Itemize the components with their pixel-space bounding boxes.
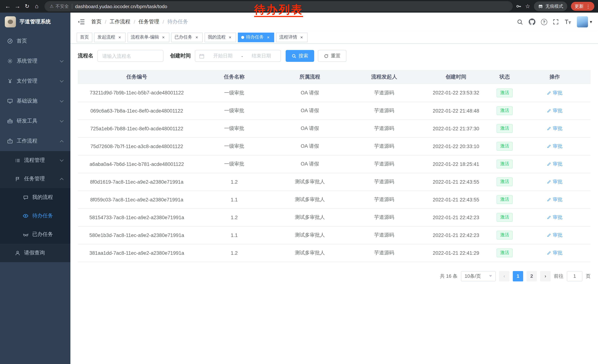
briefcase-icon (7, 138, 13, 144)
close-icon[interactable]: × (299, 35, 304, 40)
next-page-button[interactable]: › (540, 271, 551, 281)
sidebar-item-leave-query[interactable]: 请假查询 (0, 244, 70, 262)
sidebar-item-task-management[interactable]: 任务管理 (0, 170, 70, 188)
search-button[interactable]: 搜索 (286, 50, 314, 62)
breadcrumb-task-management[interactable]: 任务管理 (139, 18, 159, 25)
warning-icon: ⚠ (50, 4, 54, 9)
page-button-1[interactable]: 1 (513, 271, 523, 281)
sidebar-item-home[interactable]: 首页 (0, 31, 70, 51)
cell-initiator: 芋道源码 (347, 191, 421, 209)
pencil-icon (547, 233, 551, 237)
breadcrumb-home[interactable]: 首页 (91, 18, 101, 25)
cell-process: 测试多审批人 (273, 226, 347, 244)
prev-page-button[interactable]: ‹ (499, 271, 509, 281)
tab-process-detail[interactable]: 流程详情 × (276, 32, 307, 42)
avatar[interactable] (577, 16, 588, 27)
sidebar-item-system[interactable]: 系统管理 (0, 51, 70, 71)
cell-process: OA 请假 (273, 138, 347, 155)
cell-process: OA 请假 (273, 102, 347, 120)
status-badge: 激活 (497, 213, 513, 222)
address-bar[interactable]: ⚠ 不安全 dashboard.yudao.iocoder.cn/bpm/tas… (44, 1, 513, 11)
table-row: 069c6a63-7b8a-11ec-8ef0-acde48001122 一级审… (78, 102, 590, 120)
browser-home-button[interactable]: ⌂ (32, 1, 42, 11)
sidebar-item-process-management[interactable]: 流程管理 (0, 151, 70, 170)
workflow-submenu: 流程管理 任务管理 (0, 151, 70, 262)
chevron-down-icon (60, 158, 64, 162)
sidebar-item-infrastructure[interactable]: 基础设施 (0, 91, 70, 111)
close-icon[interactable]: × (266, 35, 271, 40)
chevron-up-icon (60, 178, 64, 182)
approve-link[interactable]: 审批 (547, 250, 562, 256)
goto-page-input[interactable] (567, 271, 582, 281)
browser-reload-button[interactable]: ↻ (22, 1, 32, 11)
page-size-select[interactable]: 10条/页 (461, 271, 496, 281)
page-button-2[interactable]: 2 (526, 271, 537, 281)
tab-start-process[interactable]: 发起流程 × (94, 32, 126, 42)
sidebar-item-label: 已办任务 (32, 231, 53, 238)
col-process: 所属流程 (273, 70, 347, 84)
col-created: 创建时间 (422, 70, 491, 84)
tab-form-edit[interactable]: 流程表单-编辑 × (127, 32, 169, 42)
incognito-label: 无痕模式 (545, 3, 563, 9)
help-icon[interactable]: ? (541, 19, 547, 25)
sidebar-item-label: 工作流程 (17, 138, 37, 145)
todo-task-table: 任务编号 任务名称 所属流程 流程发起人 创建时间 状态 操作 73211d9d… (78, 70, 590, 262)
cell-initiator: 芋道源码 (347, 155, 421, 173)
sidebar-collapse-icon[interactable] (76, 17, 86, 27)
tab-todo-tasks[interactable]: 待办任务 × (238, 32, 274, 42)
date-range-picker[interactable]: 开始日期 - 结束日期 (195, 50, 281, 62)
close-icon[interactable]: × (227, 35, 233, 40)
key-extension-icon[interactable] (515, 3, 522, 9)
approve-link[interactable]: 审批 (547, 232, 562, 238)
breadcrumb-workflow[interactable]: 工作流程 (110, 18, 130, 25)
browser-update-button[interactable]: 更新 ⋮ (571, 2, 594, 11)
sidebar-item-payment[interactable]: 支付管理 (0, 71, 70, 91)
fullscreen-icon[interactable] (553, 19, 559, 25)
approve-link[interactable]: 审批 (547, 125, 562, 132)
cell-task-name: 1.1 (196, 226, 273, 244)
cell-process: 测试多审批人 (273, 244, 347, 262)
cell-created: 2022-01-21 22:43:55 (422, 191, 491, 209)
cell-task-name: 一级审批 (196, 155, 273, 173)
browser-chrome: ← → ↻ ⌂ ⚠ 不安全 dashboard.yudao.iocoder.cn… (0, 0, 598, 13)
approve-link[interactable]: 审批 (547, 196, 562, 203)
app-logo-row[interactable]: 芋道管理系统 (0, 13, 70, 31)
tab-done-tasks[interactable]: 已办任务 × (171, 32, 203, 42)
approve-link[interactable]: 审批 (547, 161, 562, 167)
sidebar-item-done-tasks[interactable]: 已办任务 (0, 225, 70, 244)
approve-link[interactable]: 审批 (547, 214, 562, 221)
approve-link[interactable]: 审批 (547, 107, 562, 114)
tab-my-process[interactable]: 我的流程 × (205, 32, 236, 42)
breadcrumb-separator: / (163, 19, 164, 25)
sidebar-item-workflow[interactable]: 工作流程 (0, 131, 70, 151)
cell-created: 2022-01-21 22:42:23 (422, 209, 491, 226)
approve-link[interactable]: 审批 (547, 143, 562, 150)
active-dot (241, 36, 244, 39)
github-icon[interactable] (529, 18, 535, 25)
approve-link[interactable]: 审批 (547, 90, 562, 96)
bookmark-star-icon[interactable]: ☆ (525, 3, 530, 10)
chevron-down-icon (60, 99, 64, 102)
process-name-input[interactable] (98, 50, 163, 62)
col-status: 状态 (490, 70, 519, 84)
tab-home[interactable]: 首页 (77, 32, 92, 42)
security-indicator[interactable]: ⚠ 不安全 (50, 3, 69, 9)
browser-menu-icon[interactable]: ⋮ (586, 4, 590, 9)
reset-button[interactable]: 重置 (318, 50, 346, 62)
cell-task-name: 1.1 (196, 191, 273, 209)
cell-task-name: 一级审批 (196, 102, 273, 120)
sidebar-item-todo-tasks[interactable]: 待办任务 (0, 207, 70, 225)
approve-link[interactable]: 审批 (547, 178, 562, 185)
sidebar-item-devtools[interactable]: 研发工具 (0, 111, 70, 131)
sidebar-item-my-process[interactable]: 我的流程 (0, 188, 70, 207)
close-icon[interactable]: × (161, 35, 166, 40)
close-icon[interactable]: × (117, 35, 122, 40)
user-menu[interactable]: ▾ (577, 16, 592, 27)
close-icon[interactable]: × (194, 35, 199, 40)
font-size-icon[interactable] (564, 19, 571, 25)
search-icon[interactable] (517, 19, 523, 25)
sidebar-item-label: 研发工具 (17, 118, 37, 124)
browser-forward-button[interactable]: → (13, 1, 22, 11)
browser-back-button[interactable]: ← (3, 1, 13, 11)
breadcrumb-separator: / (134, 19, 135, 25)
